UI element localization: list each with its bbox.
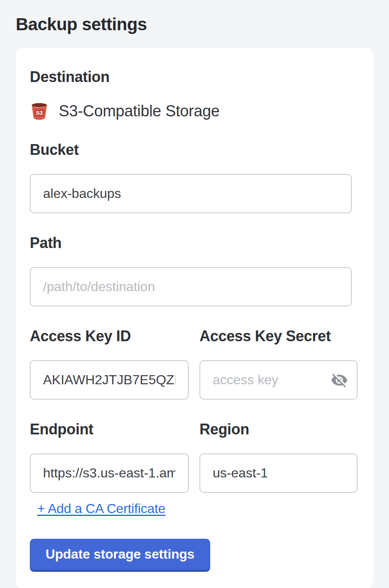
submit-row: Update storage settings [30, 539, 358, 572]
access-keys-row: Access Key ID Access Key Secret [30, 328, 358, 400]
endpoint-wrap [30, 453, 189, 493]
bucket-field: Bucket [30, 142, 358, 213]
secret-visibility-toggle-button[interactable] [329, 370, 349, 390]
path-input[interactable] [30, 267, 352, 306]
region-wrap [199, 453, 358, 493]
update-storage-settings-button[interactable]: Update storage settings [30, 539, 210, 572]
backup-settings-card: Destination S3 S3-Compatible Storage Buc… [16, 48, 373, 588]
endpoint-region-row: Endpoint Region [30, 421, 358, 493]
add-ca-certificate-link[interactable]: + Add a CA Certificate [37, 501, 166, 516]
path-label: Path [30, 235, 358, 251]
destination-value: S3-Compatible Storage [59, 102, 220, 120]
s3-bucket-icon: S3 [30, 101, 49, 121]
bucket-input[interactable] [30, 174, 352, 213]
region-input[interactable] [199, 453, 358, 493]
s3-badge-text: S3 [36, 110, 43, 116]
bucket-label: Bucket [30, 142, 358, 158]
access-key-id-wrap [30, 360, 189, 400]
backup-settings-page: Backup settings Destination S3 S3-Compat… [0, 0, 389, 588]
destination-label: Destination [30, 69, 358, 85]
eye-off-icon [331, 371, 348, 389]
endpoint-label: Endpoint [30, 421, 189, 438]
access-key-secret-label: Access Key Secret [199, 328, 358, 345]
path-field: Path [30, 235, 358, 306]
region-label: Region [199, 421, 358, 438]
endpoint-input[interactable] [30, 453, 189, 493]
access-key-id-input[interactable] [30, 360, 189, 400]
destination-row: S3 S3-Compatible Storage [30, 101, 358, 121]
access-key-id-label: Access Key ID [30, 328, 189, 345]
access-key-secret-wrap [199, 360, 358, 400]
page-title: Backup settings [16, 16, 373, 33]
